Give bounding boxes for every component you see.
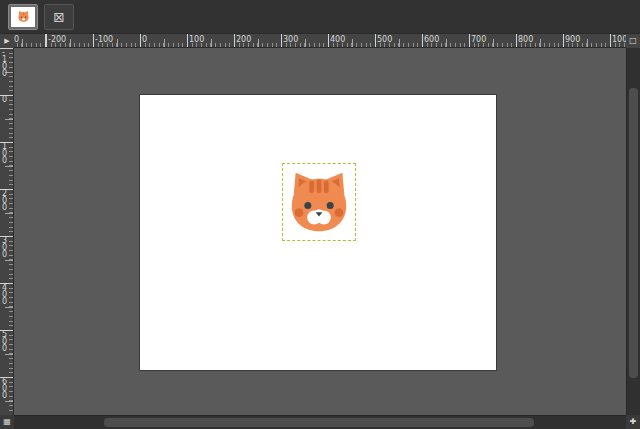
vruler-label: 2 0 0: [2, 190, 7, 211]
cat-thumbnail-icon: [17, 10, 30, 23]
canvas[interactable]: [140, 95, 496, 370]
cat-stripe: [317, 179, 322, 193]
horizontal-scrollbar[interactable]: [14, 415, 626, 429]
quick-mask-icon: ▦: [3, 418, 11, 426]
cat-face-image: [284, 167, 354, 237]
cat-stripe: [324, 181, 329, 194]
hruler-label: 100: [187, 35, 204, 44]
navigation-icon: ✚: [630, 418, 637, 426]
vruler-label: 5 0 0: [2, 331, 7, 352]
hruler-label: 300: [281, 35, 298, 44]
vertical-scrollbar[interactable]: [626, 48, 640, 415]
hruler-label: -200: [46, 35, 66, 44]
zoom-follow-window-button[interactable]: □: [626, 34, 640, 48]
vruler-label: - 1 0 0: [2, 49, 7, 77]
hruler-label: 800: [516, 35, 533, 44]
hruler-label: -300: [14, 35, 19, 44]
hruler-label: 400: [328, 35, 345, 44]
cat-eye-left: [304, 202, 311, 209]
vertical-ruler[interactable]: - 1 0 001 0 02 0 03 0 04 0 05 0 06 0 0: [0, 48, 14, 415]
tab-second-image[interactable]: ⊠: [44, 4, 74, 30]
quick-mask-button[interactable]: ▦: [0, 415, 14, 429]
canvas-viewport[interactable]: [14, 48, 626, 415]
zoom-follow-icon: □: [629, 37, 637, 45]
vruler-label: 1 0 0: [2, 143, 7, 164]
cat-cheek-right: [335, 208, 344, 217]
cat-stripe: [309, 181, 314, 194]
navigation-button[interactable]: ✚: [626, 415, 640, 429]
hruler-label: 200: [234, 35, 251, 44]
vruler-label: 4 0 0: [2, 284, 7, 305]
hruler-label: 500: [375, 35, 392, 44]
tab-cat-image[interactable]: [8, 4, 38, 30]
empty-image-icon: ⊠: [53, 10, 65, 24]
vruler-label: 0: [2, 96, 7, 103]
vruler-label: 3 0 0: [2, 237, 7, 258]
horizontal-ruler[interactable]: -300-200-1000100200300400500600700800900…: [14, 34, 626, 48]
hruler-label: 600: [422, 35, 439, 44]
hruler-label: 0: [140, 35, 147, 44]
menu-triangle-icon: ▶: [4, 38, 9, 45]
cat-cheek-left: [295, 208, 304, 217]
hruler-label: -100: [93, 35, 113, 44]
vruler-label: 6 0 0: [2, 378, 7, 399]
image-tab-bar: ⊠: [0, 0, 640, 34]
vertical-scrollbar-thumb[interactable]: [629, 88, 638, 378]
hruler-label: 900: [563, 35, 580, 44]
hruler-label: 1000: [610, 35, 626, 44]
cat-eye-right: [327, 202, 334, 209]
cat-image-thumbnail: [11, 7, 35, 27]
hruler-label: 700: [469, 35, 486, 44]
horizontal-scrollbar-thumb[interactable]: [104, 418, 534, 427]
menu-button[interactable]: ▶: [0, 34, 14, 48]
layer-boundary[interactable]: [282, 163, 356, 241]
